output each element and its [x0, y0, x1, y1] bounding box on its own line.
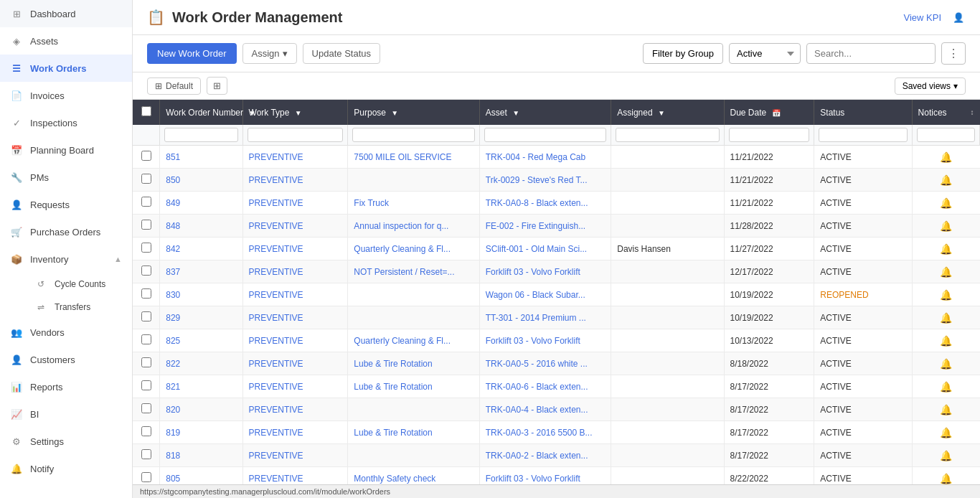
row-checkbox[interactable] [133, 283, 160, 306]
sidebar-item-purchase-orders[interactable]: 🛒 Purchase Orders [0, 218, 132, 245]
notices[interactable]: 🔔 [912, 329, 979, 352]
notices[interactable]: 🔔 [912, 169, 979, 192]
assigned-filter-icon[interactable]: ▼ [658, 109, 665, 117]
notice-bell-icon[interactable]: 🔔 [940, 358, 952, 370]
row-checkbox[interactable] [133, 215, 160, 238]
search-input[interactable] [806, 43, 936, 64]
sidebar-item-dashboard[interactable]: ⊞ Dashboard [0, 0, 132, 27]
work-order-number[interactable]: 849 [160, 192, 242, 215]
row-checkbox[interactable] [133, 146, 160, 169]
work-order-number[interactable]: 822 [160, 352, 242, 375]
search-asset[interactable] [484, 128, 606, 142]
row-select-checkbox[interactable] [141, 151, 151, 161]
sidebar-item-bi[interactable]: 📈 BI [0, 400, 132, 428]
row-checkbox[interactable] [133, 329, 160, 352]
row-select-checkbox[interactable] [141, 403, 151, 413]
work-order-number[interactable]: 830 [160, 283, 242, 306]
notice-bell-icon[interactable]: 🔔 [940, 450, 952, 461]
saved-views-button[interactable]: Saved views ▾ [895, 77, 966, 95]
sidebar-item-transfers[interactable]: ⇌ Transfers [27, 296, 132, 319]
work-order-number[interactable]: 825 [160, 329, 242, 352]
work-order-number[interactable]: 818 [160, 444, 242, 467]
work-order-number[interactable]: 837 [160, 260, 242, 283]
work-order-number[interactable]: 829 [160, 306, 242, 329]
notices[interactable]: 🔔 [912, 375, 979, 398]
row-checkbox[interactable] [133, 467, 160, 485]
sidebar-item-cycle-counts[interactable]: ↺ Cycle Counts [27, 273, 132, 296]
row-checkbox[interactable] [133, 375, 160, 398]
row-select-checkbox[interactable] [141, 220, 151, 230]
row-select-checkbox[interactable] [141, 449, 151, 459]
row-select-checkbox[interactable] [141, 266, 151, 276]
filter-by-group-button[interactable]: Filter by Group [643, 43, 723, 64]
row-select-checkbox[interactable] [141, 311, 151, 321]
work-order-number[interactable]: 851 [160, 146, 242, 169]
row-checkbox[interactable] [133, 352, 160, 375]
notice-bell-icon[interactable]: 🔔 [940, 312, 952, 324]
search-work-type[interactable] [248, 128, 344, 142]
row-checkbox[interactable] [133, 169, 160, 192]
notices-sort-icon[interactable]: ↕ [971, 108, 974, 116]
sidebar-item-settings[interactable]: ⚙ Settings [0, 428, 132, 455]
due-date-filter-icon[interactable]: 📅 [772, 109, 781, 117]
notice-bell-icon[interactable]: 🔔 [940, 404, 952, 415]
notices[interactable]: 🔔 [912, 421, 979, 444]
row-checkbox[interactable] [133, 444, 160, 467]
row-checkbox[interactable] [133, 421, 160, 444]
notices[interactable]: 🔔 [912, 238, 979, 260]
search-work-order-number[interactable] [164, 128, 237, 142]
asset-filter-icon[interactable]: ▼ [512, 109, 519, 117]
notices[interactable]: 🔔 [912, 467, 979, 485]
notice-bell-icon[interactable]: 🔔 [940, 266, 952, 278]
notices[interactable]: 🔔 [912, 260, 979, 283]
work-order-number[interactable]: 819 [160, 421, 242, 444]
row-checkbox[interactable] [133, 192, 160, 215]
search-due-date[interactable] [729, 128, 810, 142]
notice-bell-icon[interactable]: 🔔 [940, 289, 952, 301]
notice-bell-icon[interactable]: 🔔 [940, 473, 952, 484]
notices[interactable]: 🔔 [912, 192, 979, 215]
sidebar-item-reports[interactable]: 📊 Reports [0, 373, 132, 400]
notices[interactable]: 🔔 [912, 352, 979, 375]
sidebar-item-inventory[interactable]: 📦 Inventory ▲ [0, 245, 132, 273]
column-toggle-button[interactable]: ⊞ [207, 77, 227, 95]
default-view-tag[interactable]: ⊞ Default [147, 77, 201, 95]
search-assigned[interactable] [616, 128, 719, 142]
notice-bell-icon[interactable]: 🔔 [940, 174, 952, 186]
new-work-order-button[interactable]: New Work Order [147, 43, 237, 64]
row-select-checkbox[interactable] [141, 174, 151, 184]
sidebar-item-inspections[interactable]: ✓ Inspections [0, 109, 132, 136]
notices[interactable]: 🔔 [912, 146, 979, 169]
notice-bell-icon[interactable]: 🔔 [940, 335, 952, 347]
search-purpose[interactable] [352, 128, 474, 142]
notice-bell-icon[interactable]: 🔔 [940, 427, 952, 438]
work-order-number[interactable]: 848 [160, 215, 242, 238]
sidebar-item-vendors[interactable]: 👥 Vendors [0, 319, 132, 346]
sidebar-item-planning-board[interactable]: 📅 Planning Board [0, 136, 132, 164]
notice-bell-icon[interactable]: 🔔 [940, 151, 952, 163]
row-checkbox[interactable] [133, 260, 160, 283]
purpose-filter-icon[interactable]: ▼ [391, 109, 398, 117]
search-status[interactable] [819, 128, 907, 142]
row-select-checkbox[interactable] [141, 243, 151, 253]
work-order-number[interactable]: 820 [160, 398, 242, 421]
row-select-checkbox[interactable] [141, 357, 151, 367]
select-all-checkbox[interactable] [141, 106, 151, 116]
sidebar-item-notify[interactable]: 🔔 Notify [0, 455, 132, 482]
row-select-checkbox[interactable] [141, 197, 151, 207]
sidebar-item-requests[interactable]: 👤 Requests [0, 191, 132, 218]
work-order-number[interactable]: 850 [160, 169, 242, 192]
view-kpi-link[interactable]: View KPI [903, 12, 941, 23]
row-select-checkbox[interactable] [141, 380, 151, 390]
assign-button[interactable]: Assign ▾ [242, 43, 297, 64]
notice-bell-icon[interactable]: 🔔 [940, 220, 952, 232]
notice-bell-icon[interactable]: 🔔 [940, 197, 952, 209]
sidebar-item-work-orders[interactable]: ☰ Work Orders [0, 55, 132, 82]
row-select-checkbox[interactable] [141, 472, 151, 482]
notices[interactable]: 🔔 [912, 215, 979, 238]
search-notices[interactable] [917, 128, 975, 142]
row-select-checkbox[interactable] [141, 288, 151, 299]
row-checkbox[interactable] [133, 306, 160, 329]
row-checkbox[interactable] [133, 238, 160, 260]
work-order-number[interactable]: 805 [160, 467, 242, 485]
